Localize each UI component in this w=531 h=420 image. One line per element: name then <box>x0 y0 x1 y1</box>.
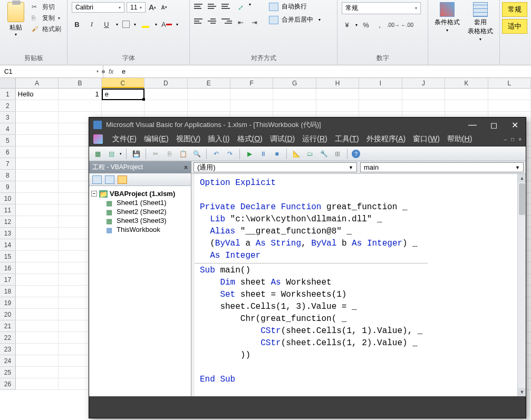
properties-icon[interactable]: 🔧 <box>318 149 329 159</box>
cell[interactable] <box>488 89 531 100</box>
wrap-text-button[interactable]: 自动换行 <box>269 2 321 11</box>
vba-menu-item[interactable]: 运行(R) <box>302 134 327 144</box>
indent-dec-button[interactable]: ⇤ <box>235 17 246 27</box>
vba-menu-item[interactable]: 编辑(E) <box>144 134 169 144</box>
maximize-button[interactable]: ◻ <box>487 120 500 130</box>
cell[interactable] <box>16 262 59 274</box>
mdi-control[interactable]: □ <box>511 136 514 142</box>
cut-icon[interactable]: ✂ <box>150 149 161 159</box>
cell[interactable] <box>16 228 59 239</box>
find-icon[interactable]: 🔍 <box>191 149 202 159</box>
shrink-font-button[interactable]: A▾ <box>159 3 169 12</box>
vba-menu-item[interactable]: 视图(V) <box>176 134 201 144</box>
cell[interactable] <box>316 89 359 100</box>
cell[interactable] <box>16 123 59 135</box>
paste-button[interactable]: 粘贴 ▾ <box>4 2 27 37</box>
row-header[interactable]: 23 <box>0 344 16 355</box>
tree-item[interactable]: ▦Sheet3 (Sheet3) <box>106 216 189 225</box>
cell[interactable]: Hello <box>16 89 59 100</box>
cell[interactable] <box>16 135 59 146</box>
cell[interactable] <box>16 216 59 228</box>
vba-menu-item[interactable]: 外接程序(A) <box>366 134 406 144</box>
project-close-button[interactable]: × <box>184 164 188 171</box>
row-header[interactable]: 25 <box>0 367 16 378</box>
row-header[interactable]: 26 <box>0 378 16 390</box>
col-header[interactable]: H <box>316 78 359 88</box>
cell[interactable] <box>445 89 488 100</box>
bold-button[interactable]: B <box>72 19 82 30</box>
cell[interactable] <box>16 112 59 123</box>
row-header[interactable]: 15 <box>0 251 16 262</box>
style-general[interactable]: 常规 <box>502 2 527 17</box>
number-format-combo[interactable]: 常规▾ <box>342 2 421 14</box>
row-header[interactable]: 8 <box>0 170 16 181</box>
cell-style-gallery[interactable]: 常规 适中 <box>500 0 529 65</box>
copy-button[interactable]: ⎘复制▾ <box>31 13 62 23</box>
cell[interactable] <box>16 309 59 320</box>
row-header[interactable]: 9 <box>0 181 16 193</box>
col-header[interactable]: G <box>273 78 316 88</box>
toolbar-btn[interactable]: ▤ <box>106 149 117 159</box>
align-center-button[interactable] <box>208 17 218 25</box>
cell[interactable]: 1 <box>59 89 101 100</box>
fill-color-button[interactable] <box>140 19 151 30</box>
vba-titlebar[interactable]: Microsoft Visual Basic for Applications … <box>89 118 526 132</box>
name-box[interactable]: C1▾ <box>0 65 103 77</box>
tree-root[interactable]: − 📁 VBAProject (1.xlsm) <box>91 189 189 198</box>
col-header[interactable]: K <box>445 78 488 88</box>
col-header[interactable]: C <box>102 78 144 88</box>
cell[interactable] <box>16 274 59 286</box>
cell[interactable] <box>16 332 59 344</box>
row-header[interactable]: 10 <box>0 193 16 204</box>
align-middle-button[interactable] <box>208 2 218 11</box>
tree-toggle-icon[interactable]: − <box>91 191 97 197</box>
vba-menu-item[interactable]: 调试(D) <box>270 134 295 144</box>
pause-icon[interactable]: ⏸ <box>258 149 268 159</box>
scroll-down-icon[interactable]: ▼ <box>518 388 526 396</box>
cell[interactable]: e <box>102 89 144 100</box>
cell[interactable] <box>402 89 445 100</box>
vba-menu-item[interactable]: 文件(F) <box>112 134 137 144</box>
cut-button[interactable]: ✂剪切 <box>31 2 62 12</box>
close-button[interactable]: ✕ <box>508 120 522 130</box>
row-header[interactable]: 2 <box>0 100 16 112</box>
scroll-thumb[interactable] <box>519 183 525 215</box>
tree-item[interactable]: ▦ThisWorkbook <box>106 225 189 234</box>
cell[interactable] <box>188 100 230 112</box>
cell[interactable] <box>16 320 59 332</box>
cell[interactable] <box>273 100 316 112</box>
cell[interactable] <box>230 100 273 112</box>
project-icon[interactable]: 🗂 <box>305 149 315 159</box>
row-header[interactable]: 22 <box>0 332 16 344</box>
cell[interactable] <box>16 344 59 355</box>
tree-item[interactable]: ▦Sheet1 (Sheet1) <box>106 198 189 207</box>
cell[interactable] <box>16 355 59 367</box>
cell[interactable] <box>16 367 59 378</box>
align-right-button[interactable] <box>221 17 232 25</box>
row-header[interactable]: 13 <box>0 228 16 239</box>
stop-icon[interactable]: ■ <box>272 149 282 159</box>
row-header[interactable]: 14 <box>0 239 16 251</box>
fx-button[interactable]: fx <box>103 68 119 75</box>
merge-center-button[interactable]: 合并后居中▾ <box>269 15 321 24</box>
row-header[interactable]: 1 <box>0 89 16 100</box>
style-neutral[interactable]: 适中 <box>502 19 527 34</box>
cell[interactable] <box>273 89 316 100</box>
inc-decimal-button[interactable]: .00→ <box>388 19 399 30</box>
col-header[interactable]: L <box>488 78 531 88</box>
cell[interactable] <box>445 100 488 112</box>
cell[interactable] <box>16 239 59 251</box>
cell[interactable] <box>359 100 402 112</box>
cell[interactable] <box>16 100 59 112</box>
grow-font-button[interactable]: A▴ <box>148 3 157 12</box>
italic-button[interactable]: I <box>86 19 97 30</box>
redo-icon[interactable]: ↷ <box>225 149 235 159</box>
font-name-combo[interactable]: Calibri▾ <box>72 2 124 13</box>
vba-menu-item[interactable]: 插入(I) <box>208 134 229 144</box>
dec-decimal-button[interactable]: ←.00 <box>402 19 412 30</box>
underline-button[interactable]: U <box>101 19 112 30</box>
select-all-corner[interactable] <box>0 78 16 88</box>
row-header[interactable]: 16 <box>0 262 16 274</box>
excel-icon[interactable]: ▦ <box>92 149 103 159</box>
cell[interactable] <box>230 89 273 100</box>
